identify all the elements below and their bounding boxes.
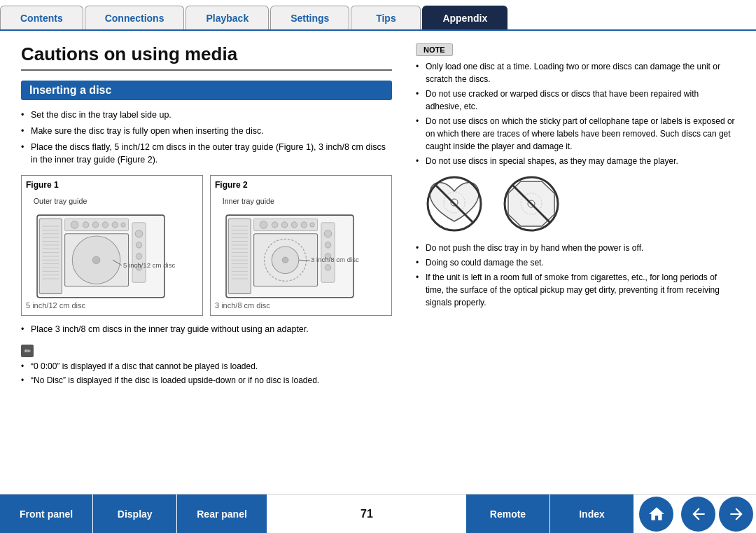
tab-tips[interactable]: Tips (351, 6, 421, 29)
svg-point-68 (325, 265, 331, 271)
note-bullet-4: Do not use discs in special shapes, as t… (416, 155, 735, 167)
svg-point-63 (310, 223, 314, 227)
prohibited-octagon-disc-icon (500, 176, 563, 232)
bottom-nav: Front panel Display Rear panel 71 Remote… (0, 494, 756, 533)
figure-1-label: Figure 1 (26, 180, 198, 190)
figure-1-image: Outer tray guide (26, 193, 198, 301)
svg-point-56 (282, 257, 288, 263)
bullet-3: Place the discs flatly, 5 inch/12 cm dis… (21, 141, 392, 167)
note-box: NOTE Only load one disc at a time. Loadi… (416, 43, 735, 167)
figure-2-box: Figure 2 Inner tray guide (210, 175, 392, 316)
svg-point-25 (102, 222, 108, 228)
svg-point-66 (325, 242, 331, 249)
display-button[interactable]: Display (93, 494, 177, 533)
figure-2-label: Figure 2 (215, 180, 387, 190)
svg-point-23 (83, 222, 89, 228)
svg-point-26 (112, 222, 118, 228)
page-number: 71 (267, 508, 466, 520)
svg-point-58 (260, 221, 267, 229)
svg-text:Inner tray guide: Inner tray guide (223, 197, 274, 205)
svg-point-29 (135, 230, 143, 237)
main-content: Cautions on using media Inserting a disc… (0, 31, 756, 494)
remote-button[interactable]: Remote (466, 494, 550, 533)
prohibited-heart-disc-icon (423, 176, 486, 232)
bullet-1: Set the disc in the tray label side up. (21, 109, 392, 122)
additional-bullet-1: Do not push the disc tray in by hand whe… (416, 242, 735, 254)
additional-bullet-2: Doing so could damage the set. (416, 256, 735, 269)
back-arrow-icon (690, 505, 708, 523)
note-label: NOTE (416, 43, 453, 56)
svg-text:Outer tray guide: Outer tray guide (34, 197, 88, 205)
additional-bullet-3: If the unit is left in a room full of sm… (416, 271, 735, 309)
figure-1-svg: Outer tray guide (26, 193, 198, 301)
back-button[interactable] (680, 497, 715, 532)
forward-arrow-icon (727, 505, 746, 523)
figure-2-disc-label: 3 inch/8 cm disc (215, 301, 387, 310)
note-bullets: Only load one disc at a time. Loading tw… (416, 60, 735, 167)
section-header: Inserting a disc (21, 81, 392, 100)
forward-button[interactable] (718, 497, 753, 532)
right-column: NOTE Only load one disc at a time. Loadi… (409, 43, 735, 487)
note-bullet-3: Do not use discs on which the sticky par… (416, 115, 735, 153)
bullet-2: Make sure the disc tray is fully open wh… (21, 125, 392, 138)
svg-point-22 (71, 221, 78, 229)
figure-1-box: Figure 1 Outer tray guide (21, 175, 203, 316)
tab-playback[interactable]: Playback (186, 6, 269, 29)
tip-bullet-2: “No Disc” is displayed if the disc is lo… (21, 374, 392, 387)
note-bullet-2: Do not use cracked or warped discs or di… (416, 88, 735, 113)
svg-point-65 (324, 230, 332, 237)
index-button[interactable]: Index (550, 494, 634, 533)
intro-bullets: Set the disc in the tray label side up. … (21, 109, 392, 167)
svg-point-31 (136, 254, 142, 260)
rear-panel-button[interactable]: Rear panel (177, 494, 267, 533)
svg-point-20 (92, 256, 100, 264)
after-figure-bullets: Place 3 inch/8 cm discs in the inner tra… (21, 323, 392, 336)
svg-text:3 inch/8 cm disc: 3 inch/8 cm disc (311, 256, 359, 263)
after-figure-bullet: Place 3 inch/8 cm discs in the inner tra… (21, 323, 392, 336)
figure-1-disc-label: 5 inch/12 cm disc (26, 301, 198, 310)
figures-row: Figure 1 Outer tray guide (21, 175, 392, 316)
svg-point-59 (272, 222, 278, 228)
figure-2-svg: Inner tray guide (215, 193, 387, 301)
svg-text:5 inch/12 cm disc: 5 inch/12 cm disc (123, 261, 175, 269)
svg-point-27 (121, 223, 125, 227)
left-column: Cautions on using media Inserting a disc… (21, 43, 392, 487)
svg-point-30 (136, 242, 142, 249)
prohibited-icons-row (423, 176, 735, 232)
tip-bullet-1: “0 0:00” is displayed if a disc that can… (21, 360, 392, 373)
svg-point-61 (291, 222, 298, 228)
tip-bullets: “0 0:00” is displayed if a disc that can… (21, 360, 392, 387)
additional-bullets: Do not push the disc tray in by hand whe… (416, 242, 735, 309)
tab-settings[interactable]: Settings (270, 6, 349, 29)
note-bullet-1: Only load one disc at a time. Loading tw… (416, 60, 735, 85)
tab-appendix[interactable]: Appendix (422, 6, 507, 29)
figure-2-image: Inner tray guide (215, 193, 387, 301)
tab-contents[interactable]: Contents (0, 6, 83, 29)
front-panel-button[interactable]: Front panel (0, 494, 93, 533)
svg-point-24 (92, 222, 99, 228)
svg-point-62 (301, 222, 307, 228)
tip-icon: ✏ (21, 345, 34, 357)
home-icon (648, 505, 666, 523)
tab-connections[interactable]: Connections (85, 6, 185, 29)
home-button[interactable] (638, 497, 673, 532)
page-title: Cautions on using media (21, 43, 392, 71)
svg-point-60 (281, 222, 288, 228)
tip-section: ✏ “0 0:00” is displayed if a disc that c… (21, 345, 392, 387)
top-nav: Contents Connections Playback Settings T… (0, 0, 756, 31)
